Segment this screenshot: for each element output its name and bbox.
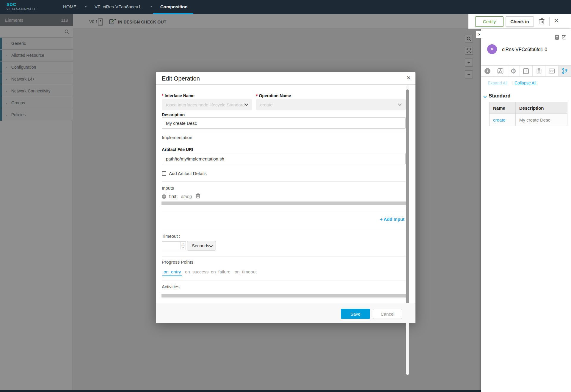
number-spinner[interactable]: ▲▼	[181, 242, 185, 249]
chevron-down-icon	[398, 103, 402, 106]
trash-icon	[196, 193, 200, 199]
section-chevron-down-icon[interactable]	[483, 95, 487, 99]
checkin-button[interactable]: Check in	[506, 16, 534, 27]
column-header-description: Description	[516, 102, 567, 114]
avatar: R	[487, 44, 497, 54]
section-divider	[162, 256, 406, 256]
input-param-name: first:	[169, 194, 178, 199]
progress-points-label: Progress Points	[162, 259, 193, 265]
table-row: create My create Desc	[490, 114, 567, 126]
top-header: SDC v.1.14.5-SNAPSHOT HOME ▸ VF: ciRes-V…	[0, 0, 571, 14]
add-input-link[interactable]: + Add Input	[380, 217, 404, 222]
section-divider	[162, 211, 406, 211]
tab-requirements[interactable]	[533, 66, 545, 76]
tab-general-info[interactable]: i	[481, 66, 494, 76]
save-button[interactable]: Save	[341, 309, 370, 319]
required-asterisk: *	[256, 93, 258, 98]
timeout-unit-value: Seconds	[192, 243, 209, 248]
operation-name-value: create	[260, 102, 273, 107]
tab-on-entry[interactable]: on_entry	[162, 269, 182, 276]
modal-scrollbar-thumb[interactable]	[406, 89, 409, 305]
breadcrumb-arrow-icon: ▸	[151, 4, 153, 8]
interface-name-label: *Interface Name	[162, 93, 194, 98]
component-title: ciRes-VFCc6fb6fd1 0	[502, 47, 547, 52]
artifact-uri-input[interactable]	[162, 153, 406, 164]
breadcrumb-composition[interactable]: Composition	[160, 4, 188, 9]
trash-icon	[539, 18, 545, 25]
section-divider	[162, 230, 406, 230]
tab-information-artifacts[interactable]: i	[520, 66, 533, 76]
tab-on-success[interactable]: on_success	[185, 269, 208, 274]
panel-delete-button[interactable]	[555, 35, 559, 40]
tab-deployment-artifacts[interactable]	[494, 66, 507, 76]
sdc-logo[interactable]: SDC	[7, 2, 16, 7]
git-fork-icon	[562, 68, 568, 74]
section-divider	[162, 132, 406, 132]
cancel-button[interactable]: Cancel	[373, 309, 402, 319]
trash-icon	[555, 35, 559, 40]
column-header-name: Name	[490, 102, 516, 114]
panel-collapse-button[interactable]: >	[476, 31, 481, 38]
gear-icon: ⚙	[510, 68, 516, 74]
tab-on-timeout[interactable]: on_timeout	[235, 269, 257, 274]
modal-title: Edit Operation	[162, 75, 200, 82]
add-artifact-details-checkbox[interactable]	[162, 171, 166, 176]
timeout-unit-select[interactable]: Seconds	[187, 241, 216, 251]
delete-component-button[interactable]	[539, 18, 545, 25]
inputs-horizontal-scrollbar[interactable]	[161, 201, 406, 205]
panel-edit-button[interactable]	[562, 35, 567, 40]
operation-description: My create Desc	[516, 114, 567, 126]
interface-section-title[interactable]: Standard	[489, 93, 511, 99]
inputs-section-label: Inputs	[162, 185, 174, 191]
description-label: Description	[162, 112, 185, 117]
links-separator: |	[512, 81, 513, 85]
spinner-down-icon[interactable]: ▼	[181, 246, 185, 250]
collapse-all-link[interactable]: Collapse All	[514, 81, 536, 85]
implementation-section-label: Implementation	[162, 135, 192, 140]
modal-footer: Save Cancel	[156, 303, 415, 323]
delete-input-button[interactable]	[196, 193, 200, 199]
certify-button[interactable]: Certify	[475, 16, 503, 27]
edit-operation-modal: Edit Operation ✕ *Interface Name tosca.i…	[156, 72, 415, 323]
breadcrumb-home[interactable]: HOME	[63, 4, 76, 9]
activities-horizontal-scrollbar[interactable]	[161, 294, 408, 297]
section-divider	[162, 181, 406, 182]
section-divider	[162, 281, 406, 281]
close-icon[interactable]: ✕	[554, 17, 559, 24]
artifact-uri-label: Artifact File URI	[162, 147, 193, 152]
plus-icon: +	[380, 217, 383, 222]
tab-operations[interactable]	[559, 66, 571, 76]
table-header-row: Name Description	[490, 102, 567, 114]
expand-all-link[interactable]: Expand All	[488, 81, 507, 85]
chevron-down-icon	[209, 245, 213, 248]
breadcrumb-arrow-icon: ▸	[85, 4, 87, 8]
tab-attributes[interactable]	[545, 66, 558, 76]
operation-name-label: *Operation Name	[256, 93, 291, 98]
tab-on-failure[interactable]: on_failure	[211, 269, 230, 274]
add-artifact-details-label: Add Artifact Details	[169, 171, 207, 176]
required-asterisk: *	[162, 93, 163, 98]
modal-scrollbar-track[interactable]	[406, 85, 409, 375]
composition-icon	[497, 68, 503, 74]
spinner-up-icon[interactable]: ▲	[181, 242, 185, 246]
sdc-version: v.1.14.5-SNAPSHOT	[7, 7, 37, 11]
edit-icon	[562, 35, 567, 40]
expand-input-icon[interactable]: +	[162, 194, 166, 199]
tab-properties[interactable]: ⚙	[507, 66, 520, 76]
archive-icon	[549, 68, 555, 74]
modal-header: Edit Operation ✕	[156, 72, 415, 85]
input-param-type: string	[181, 194, 192, 199]
interface-name-select[interactable]: tosca.interfaces.node.lifecycle.Standard	[162, 99, 252, 110]
description-input[interactable]	[162, 117, 406, 129]
operation-name-select[interactable]: create	[256, 99, 406, 110]
timeout-value-input[interactable]: ▲▼	[162, 241, 186, 250]
close-icon[interactable]: ✕	[407, 75, 411, 81]
clipboard-icon	[537, 68, 542, 74]
panel-tab-strip: i ⚙ i	[481, 65, 571, 77]
chevron-down-icon	[244, 103, 249, 106]
toolbar-divider	[549, 17, 550, 26]
timeout-label: Timeout :	[162, 234, 180, 239]
breadcrumb-vf[interactable]: VF: ciRes-VFaa8acea1	[95, 4, 141, 9]
operation-name-link[interactable]: create	[490, 114, 516, 126]
component-detail-panel: R ciRes-VFCc6fb6fd1 0 i ⚙ i Expand All |…	[481, 29, 571, 392]
